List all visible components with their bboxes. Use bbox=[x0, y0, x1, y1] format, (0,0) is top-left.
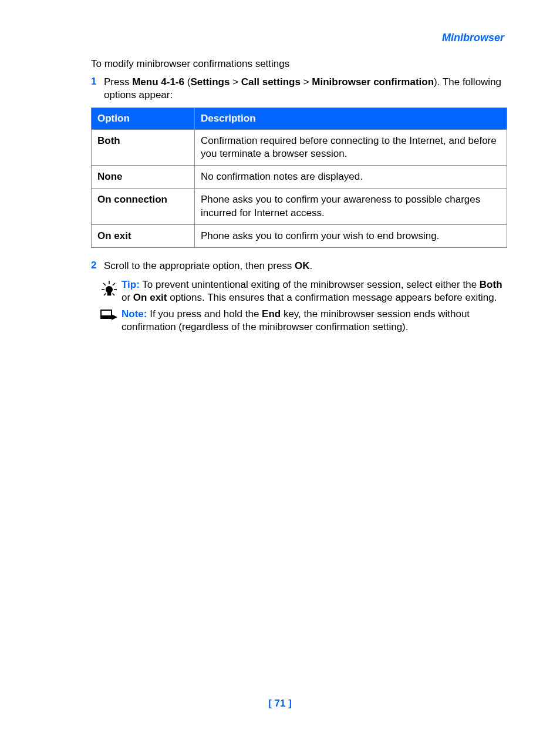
option-desc: No confirmation notes are displayed. bbox=[195, 166, 507, 189]
text: Scroll to the appropriate option, then p… bbox=[104, 260, 295, 271]
table-row: Both Confirmation required before connec… bbox=[92, 130, 507, 166]
svg-point-0 bbox=[106, 287, 112, 292]
step-2: 2 Scroll to the appropriate option, then… bbox=[91, 260, 507, 273]
option-ref: On exit bbox=[133, 292, 167, 303]
note-label: Note: bbox=[122, 308, 147, 320]
option-name: On connection bbox=[92, 189, 195, 224]
svg-marker-11 bbox=[112, 314, 117, 320]
svg-line-3 bbox=[103, 283, 106, 285]
svg-line-4 bbox=[113, 283, 115, 285]
tip-text: Tip: To prevent unintentional exiting of… bbox=[122, 278, 507, 304]
svg-line-8 bbox=[113, 293, 115, 295]
option-desc: Confirmation required before connecting … bbox=[195, 130, 507, 166]
svg-line-7 bbox=[104, 293, 106, 295]
text: Press bbox=[104, 76, 132, 88]
option-desc: Phone asks you to confirm your wish to e… bbox=[195, 224, 507, 247]
note-text: Note: If you press and hold the End key,… bbox=[122, 308, 507, 334]
step-1: 1 Press Menu 4-1-6 (Settings > Call sett… bbox=[91, 76, 507, 102]
breadcrumb-sep: > bbox=[230, 76, 241, 88]
step-number: 2 bbox=[91, 260, 104, 271]
table-row: On exit Phone asks you to confirm your w… bbox=[92, 224, 507, 247]
intro-text: To modify minibrowser confirmations sett… bbox=[91, 58, 507, 70]
chapter-title: Minibrowser bbox=[91, 32, 507, 44]
options-table: Option Description Both Confirmation req… bbox=[91, 107, 507, 248]
table-row: None No confirmation notes are displayed… bbox=[92, 166, 507, 189]
svg-rect-1 bbox=[108, 292, 111, 295]
option-name: None bbox=[92, 166, 195, 189]
end-key: End bbox=[262, 308, 281, 320]
step-text: Scroll to the appropriate option, then p… bbox=[104, 260, 312, 273]
breadcrumb-item: Settings bbox=[190, 76, 230, 88]
ok-key: OK bbox=[295, 260, 310, 271]
step-text: Press Menu 4-1-6 (Settings > Call settin… bbox=[104, 76, 507, 102]
option-name: Both bbox=[92, 130, 195, 166]
note-callout: Note: If you press and hold the End key,… bbox=[97, 308, 507, 334]
breadcrumb-item: Call settings bbox=[241, 76, 301, 88]
page-number: [ 71 ] bbox=[0, 698, 560, 710]
note-icon bbox=[97, 308, 122, 323]
table-row: On connection Phone asks you to confirm … bbox=[92, 189, 507, 224]
option-desc: Phone asks you to confirm your awareness… bbox=[195, 189, 507, 224]
text: or bbox=[122, 292, 133, 303]
text: . bbox=[310, 260, 313, 271]
breadcrumb-sep: > bbox=[301, 76, 312, 88]
tip-callout: Tip: To prevent unintentional exiting of… bbox=[97, 278, 507, 304]
table-header-option: Option bbox=[92, 108, 195, 130]
text: ( bbox=[184, 76, 190, 88]
step-number: 1 bbox=[91, 76, 104, 88]
tip-label: Tip: bbox=[122, 279, 140, 290]
option-name: On exit bbox=[92, 224, 195, 247]
text: To prevent unintentional exiting of the … bbox=[140, 279, 480, 290]
text: If you press and hold the bbox=[147, 308, 262, 320]
text: options. This ensures that a confirmatio… bbox=[167, 292, 497, 303]
svg-rect-10 bbox=[101, 315, 112, 318]
menu-code: Menu 4-1-6 bbox=[132, 76, 184, 88]
option-ref: Both bbox=[480, 279, 502, 290]
breadcrumb-item: Minibrowser confirmation bbox=[312, 76, 434, 88]
table-header-description: Description bbox=[195, 108, 507, 130]
table-header-row: Option Description bbox=[92, 108, 507, 130]
tip-icon bbox=[97, 278, 122, 298]
page-container: Minibrowser To modify minibrowser confir… bbox=[0, 0, 560, 733]
